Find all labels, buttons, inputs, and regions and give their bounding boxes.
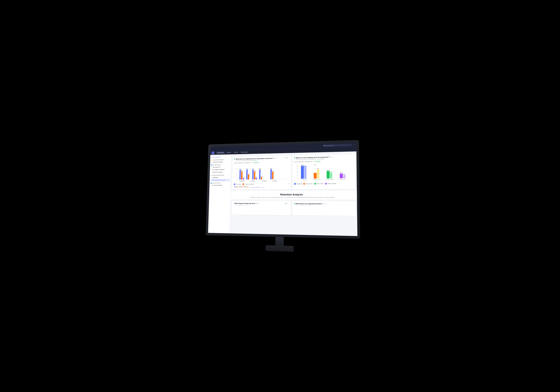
chart4-subtitle: Enter a description for this chart. bbox=[294, 205, 354, 206]
monitor-bezel: 🔍 Search ⌘ + K ☆ Dashboards Reports Coho… bbox=[206, 140, 360, 239]
svg-line-54 bbox=[300, 168, 351, 169]
chart1-status-dot bbox=[234, 159, 235, 160]
chart4-star-icon[interactable]: ☆ bbox=[325, 203, 327, 205]
chart3-title: ● What Segments Retain the best? i ☆ bbox=[233, 202, 283, 204]
sidebar-item-product-key-insights-fav[interactable]: Product Key Insights bbox=[210, 161, 230, 163]
svg-text:100%: 100% bbox=[296, 165, 299, 166]
svg-text:100%: 100% bbox=[252, 168, 254, 169]
svg-text:1: Mainlanding: 1: Mainlanding bbox=[300, 179, 307, 180]
chart2-status-dot bbox=[294, 157, 295, 158]
chart2-info-icon[interactable]: i bbox=[330, 156, 331, 158]
svg-text:2: Purchase K...: 2: Purchase K... bbox=[250, 181, 256, 182]
sidebar-item-key-yearly-kpis[interactable]: Key Yearly KPIs bbox=[210, 166, 230, 168]
chart1-funnel-badge[interactable]: ▼ Funnel ▾ bbox=[252, 162, 259, 163]
svg-text:5.2K: 5.2K bbox=[301, 166, 303, 167]
search-placeholder: Search ⌘ + K bbox=[327, 145, 335, 146]
bottom-charts-row: ● What Segments Retain the best? i ☆ Ent… bbox=[231, 201, 356, 216]
svg-text:100%: 100% bbox=[301, 164, 304, 165]
chart1-expand-icon[interactable]: ⛶ bbox=[284, 157, 285, 159]
svg-text:353: 353 bbox=[344, 175, 345, 176]
chart1-link-icon[interactable]: 🔗 bbox=[286, 157, 287, 159]
sidebar-item-official-analytics[interactable]: Official Analytics Dashboard bbox=[210, 179, 230, 181]
svg-line-4 bbox=[239, 177, 287, 178]
svg-text:357: 357 bbox=[272, 171, 274, 172]
svg-text:4: 4 bbox=[247, 170, 247, 170]
svg-rect-22 bbox=[246, 169, 248, 180]
svg-text:50%: 50% bbox=[248, 173, 250, 174]
svg-text:1: Trial St...: 1: Trial St... bbox=[251, 180, 256, 181]
top-charts-row: What items are impacting trial to subscr… bbox=[230, 153, 357, 191]
chart3-star-icon[interactable]: ☆ bbox=[258, 203, 260, 204]
nav-item-dashboards[interactable]: Dashboards bbox=[216, 151, 225, 154]
chart1-bars: 0% 30% 60% 90% 120% 100% bbox=[234, 164, 289, 182]
svg-text:68.3%: 68.3% bbox=[340, 172, 342, 173]
search-bar[interactable]: 🔍 Search ⌘ + K bbox=[322, 144, 352, 147]
svg-line-55 bbox=[300, 171, 351, 172]
svg-text:50%: 50% bbox=[296, 172, 299, 172]
svg-text:38.2%: 38.2% bbox=[327, 170, 330, 170]
sidebar-group-my-dashboards: 👤 My Dashboards bbox=[210, 163, 231, 166]
svg-rect-38 bbox=[259, 169, 260, 179]
svg-text:61.8%: 61.8% bbox=[330, 171, 332, 172]
svg-text:83.9%: 83.9% bbox=[241, 170, 243, 171]
content-area: What items are impacting trial to subscr… bbox=[230, 151, 357, 236]
sidebar-item-product-key-insights-my[interactable]: Product Key Insights bbox=[210, 171, 230, 173]
sidebar-item-dashboards[interactable]: Dashboards bbox=[210, 176, 230, 179]
chart1-more-icon[interactable]: ⋮ bbox=[288, 157, 289, 159]
svg-rect-85 bbox=[343, 175, 345, 178]
svg-rect-72 bbox=[317, 169, 319, 179]
monitor-stand-base bbox=[265, 245, 294, 252]
svg-rect-75 bbox=[327, 171, 330, 179]
nav-item-cohorts[interactable]: Cohorts bbox=[232, 151, 239, 154]
svg-text:90%: 90% bbox=[236, 171, 238, 172]
svg-rect-82 bbox=[340, 173, 343, 178]
sidebar-item-key-kpis-dashboard[interactable]: Key KPIs Dashboard bbox=[210, 184, 230, 186]
legend-search-content: 2 Search Content bbox=[303, 183, 313, 185]
svg-text:67%: 67% bbox=[314, 165, 316, 165]
chart2-star-icon[interactable]: ☆ bbox=[332, 156, 333, 158]
svg-rect-64 bbox=[301, 166, 304, 179]
svg-text:2: Purchase K...: 2: Purchase K... bbox=[239, 181, 245, 182]
svg-text:2.44: 2.44 bbox=[314, 172, 316, 172]
nav-item-workspaces[interactable]: Workspaces bbox=[240, 151, 249, 154]
chart3-link-icon[interactable]: 🔗 bbox=[285, 203, 287, 204]
retention-section: ● What Segments Retain the best? i ☆ Ent… bbox=[230, 201, 357, 217]
chevron2-down-icon: ▾ bbox=[319, 161, 320, 162]
chart-trial-conversion: What items are impacting trial to subscr… bbox=[232, 155, 291, 190]
svg-line-58 bbox=[300, 178, 351, 179]
chart1-settings-icon[interactable]: ⚙ bbox=[288, 183, 289, 185]
svg-text:100%: 100% bbox=[239, 169, 241, 169]
chart4-info-icon[interactable]: i bbox=[323, 203, 325, 205]
chart1-star-icon[interactable]: ☆ bbox=[276, 158, 277, 159]
chart3-question-mark: ● bbox=[233, 203, 234, 204]
svg-text:100%: 100% bbox=[246, 168, 248, 169]
chart3-info-icon[interactable]: i bbox=[256, 202, 258, 204]
chart3-expand-icon[interactable]: ⛶ bbox=[283, 203, 285, 204]
nav-item-reports[interactable]: Reports bbox=[225, 151, 232, 154]
chart4-status-dot bbox=[294, 203, 295, 204]
star-group-icon: ⭐ bbox=[211, 159, 213, 161]
bookmark-icon[interactable]: ☆ bbox=[353, 144, 355, 146]
svg-text:25%: 25% bbox=[296, 175, 299, 175]
svg-text:800: 800 bbox=[327, 171, 329, 172]
svg-text:469: 469 bbox=[259, 169, 260, 170]
chart2-funnel-badge[interactable]: ▼ Funnel ▾ bbox=[314, 161, 321, 162]
retention-section-header: Retention Analysis Analysis that helps u… bbox=[230, 191, 357, 200]
svg-text:81.8%: 81.8% bbox=[253, 170, 256, 171]
svg-text:1: Trial St...: 1: Trial St... bbox=[262, 180, 267, 181]
svg-rect-14 bbox=[241, 171, 243, 180]
sidebar-item-kpi-analytics[interactable]: KPI Analytics Dashboard bbox=[210, 168, 230, 171]
chart3-subtitle: Enter a description for this chart. bbox=[233, 204, 283, 206]
sidebar-group-published: 🗂 Published Dashboards ⋮ bbox=[210, 173, 231, 176]
published-more-icon[interactable]: ⋮ bbox=[228, 174, 230, 176]
svg-text:40%: 40% bbox=[317, 168, 319, 169]
shared-group-icon: 👥 bbox=[210, 182, 212, 184]
svg-text:1: Trial St...: 1: Trial St... bbox=[273, 180, 277, 181]
svg-text:196: 196 bbox=[261, 177, 262, 178]
chart-segments-retain: ● What Segments Retain the best? i ☆ Ent… bbox=[231, 201, 291, 215]
svg-rect-32 bbox=[254, 171, 255, 179]
app-logo bbox=[212, 152, 214, 154]
svg-text:2: Purchase K...: 2: Purchase K... bbox=[272, 181, 278, 181]
chart1-info-icon[interactable]: i bbox=[274, 157, 275, 159]
chart3-more-icon[interactable]: ⋮ bbox=[288, 203, 289, 204]
